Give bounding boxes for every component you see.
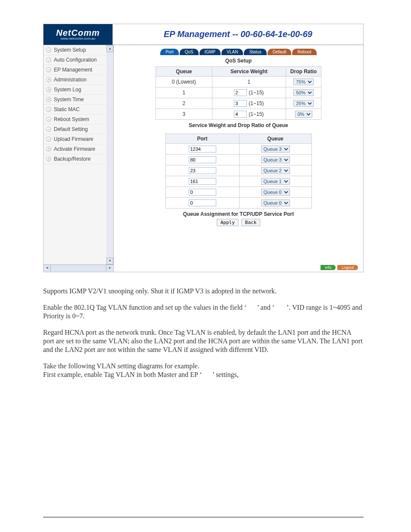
drop-ratio-cell: 50% bbox=[286, 87, 321, 98]
port-input[interactable] bbox=[189, 156, 216, 163]
apply-button[interactable]: Apply bbox=[217, 219, 239, 226]
sidebar-item-label: Reboot System bbox=[54, 116, 89, 122]
table-row: Queue 2 bbox=[165, 165, 311, 176]
queue-cell: Queue 2 bbox=[239, 165, 311, 176]
service-weight-input[interactable] bbox=[234, 89, 247, 96]
scroll-right-icon[interactable]: ▸ bbox=[106, 265, 113, 271]
drop-ratio-select[interactable]: 75% bbox=[293, 78, 314, 85]
scroll-left-icon[interactable]: ◂ bbox=[44, 265, 51, 271]
expand-icon: + bbox=[46, 87, 51, 92]
logout-button[interactable]: Logout bbox=[337, 265, 358, 270]
sidebar-item-label: Upload Firmware bbox=[54, 136, 93, 142]
horizontal-scrollbar[interactable]: ◂ ▸ bbox=[44, 264, 113, 272]
table-row: 0 (Lowest)175% bbox=[156, 77, 321, 87]
collapse-icon: - bbox=[46, 107, 51, 112]
port-cell bbox=[165, 176, 239, 187]
drop-ratio-cell: 25% bbox=[286, 98, 321, 109]
table-row: Queue 1 bbox=[165, 176, 311, 187]
doc-p2: Enable the 802.1Q Tag VLAN function and … bbox=[43, 303, 364, 320]
port-cell bbox=[165, 187, 239, 198]
qos-caption: Service Weight and Drop Ratio of Queue bbox=[119, 121, 358, 132]
port-input[interactable] bbox=[189, 167, 216, 174]
horizontal-rule bbox=[43, 517, 364, 517]
service-weight-hint: (1~15) bbox=[249, 100, 264, 106]
tabs: PortQoSIGMPVLANStatusDefaultReboot bbox=[119, 48, 358, 57]
info-button[interactable]: Info bbox=[321, 265, 336, 270]
scroll-up-icon[interactable]: ▴ bbox=[106, 45, 113, 52]
sidebar-item-backup/restore[interactable]: +Backup/Restore bbox=[44, 154, 113, 164]
queue-select[interactable]: Queue 1 bbox=[261, 178, 290, 185]
sidebar-item-activate-firmware[interactable]: +Activate Firmware bbox=[44, 144, 113, 154]
queue-label: 0 (Lowest) bbox=[156, 77, 212, 87]
doc-p1: Supports IGMP V2/V1 snooping only. Shut … bbox=[43, 287, 364, 296]
drop-ratio-select[interactable]: 0% bbox=[295, 111, 312, 118]
sidebar-item-default-setting[interactable]: -Default Setting bbox=[44, 124, 113, 134]
table-row: 1(1~15)50% bbox=[156, 87, 321, 98]
drop-ratio-select[interactable]: 25% bbox=[293, 100, 314, 107]
port-input[interactable] bbox=[189, 199, 216, 206]
service-weight-hint: (1~15) bbox=[249, 111, 264, 117]
queue-select[interactable]: Queue 2 bbox=[261, 167, 290, 174]
logo-text: NetComm bbox=[56, 29, 100, 37]
tab-vlan[interactable]: VLAN bbox=[221, 49, 243, 55]
port-input[interactable] bbox=[189, 178, 216, 185]
drop-ratio-select[interactable]: 50% bbox=[293, 89, 314, 96]
tab-qos[interactable]: QoS bbox=[180, 49, 199, 55]
expand-icon: + bbox=[46, 146, 51, 152]
queue-select[interactable]: Queue 3 bbox=[261, 146, 290, 152]
port-cell bbox=[165, 198, 239, 208]
tab-default[interactable]: Default bbox=[268, 49, 292, 55]
service-weight-cell: (1~15) bbox=[212, 87, 286, 98]
header: NetComm www.netcomm.com.au EP Management… bbox=[44, 24, 363, 45]
tab-port[interactable]: Port bbox=[160, 49, 178, 55]
queue-cell: Queue 1 bbox=[239, 176, 311, 187]
sidebar: -System Setup-Auto Configuration-EP Mana… bbox=[44, 45, 113, 264]
table-row: Queue 0 bbox=[165, 187, 311, 198]
port-input[interactable] bbox=[189, 146, 216, 152]
service-weight-hint: (1~15) bbox=[249, 90, 264, 96]
sidebar-item-auto-configuration[interactable]: -Auto Configuration bbox=[44, 55, 113, 65]
sidebar-item-system-setup[interactable]: -System Setup bbox=[44, 45, 113, 55]
tab-reboot[interactable]: Reboot bbox=[292, 49, 316, 55]
queue-cell: Queue 3 bbox=[239, 155, 311, 165]
sidebar-item-system-time[interactable]: +System Time bbox=[44, 95, 113, 105]
sidebar-item-label: Administration bbox=[54, 77, 87, 83]
service-weight-input[interactable] bbox=[234, 111, 247, 118]
queue-select[interactable]: Queue 3 bbox=[261, 156, 290, 163]
tab-igmp[interactable]: IGMP bbox=[199, 49, 221, 55]
col-port: Port bbox=[165, 134, 239, 144]
sidebar-item-ep-management[interactable]: -EP Management bbox=[44, 65, 113, 75]
collapse-icon: - bbox=[46, 47, 51, 53]
expand-icon: + bbox=[46, 77, 51, 82]
service-weight-input[interactable] bbox=[234, 100, 247, 107]
sidebar-item-label: Default Setting bbox=[54, 126, 88, 132]
sidebar-item-upload-firmware[interactable]: -Upload Firmware bbox=[44, 134, 113, 144]
expand-icon: + bbox=[46, 97, 51, 102]
sidebar-item-label: System Time bbox=[54, 96, 84, 103]
portqueue-caption: Queue Assignment for TCP/UDP Service Por… bbox=[119, 210, 358, 218]
service-weight-cell: (1~15) bbox=[212, 109, 286, 120]
sidebar-item-label: Auto Configuration bbox=[54, 57, 97, 63]
port-cell bbox=[165, 144, 239, 155]
tab-status[interactable]: Status bbox=[244, 49, 266, 55]
table-row: 2(1~15)25% bbox=[156, 98, 321, 109]
sidebar-item-static-mac[interactable]: -Static MAC bbox=[44, 105, 113, 115]
scroll-down-icon[interactable]: ▾ bbox=[106, 258, 113, 264]
col-drop-ratio: Drop Ratio bbox=[286, 67, 321, 77]
service-weight-cell: 1 bbox=[212, 77, 286, 87]
sidebar-item-administration[interactable]: +Administration bbox=[44, 75, 113, 85]
sidebar-item-reboot-system[interactable]: -Reboot System bbox=[44, 115, 113, 124]
port-input[interactable] bbox=[189, 189, 216, 196]
scroll-track[interactable] bbox=[106, 52, 113, 258]
portqueue-table: Port Queue Queue 3Queue 3Queue 2Queue 1Q… bbox=[165, 134, 312, 208]
queue-select[interactable]: Queue 0 bbox=[261, 199, 290, 206]
qos-table: Queue Service Weight Drop Ratio 0 (Lowes… bbox=[156, 66, 321, 120]
vertical-scrollbar[interactable]: ▴ ▾ bbox=[106, 45, 113, 264]
doc-p4: Take the following VLAN setting diagrams… bbox=[43, 362, 364, 379]
col-service-weight: Service Weight bbox=[212, 67, 286, 77]
back-button[interactable]: Back bbox=[241, 219, 261, 226]
queue-select[interactable]: Queue 0 bbox=[261, 189, 290, 196]
service-weight-cell: (1~15) bbox=[212, 98, 286, 109]
queue-label: 1 bbox=[156, 87, 212, 98]
sidebar-item-system-log[interactable]: +System Log bbox=[44, 85, 113, 95]
